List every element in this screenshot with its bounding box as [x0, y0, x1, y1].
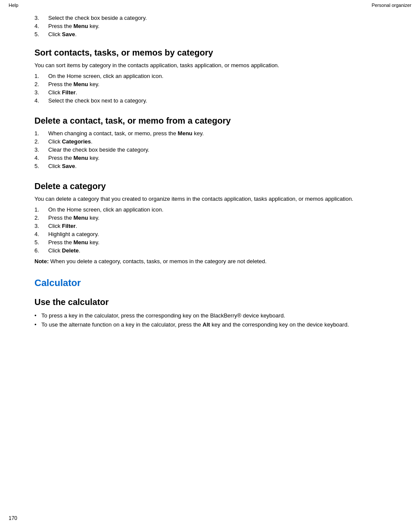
delete-contact-step-5: 5. Click Save.	[34, 163, 386, 169]
dcat-num-6: 6.	[34, 247, 48, 254]
sort-step-3-text: Click Filter.	[48, 89, 77, 96]
dc-step-3-text: Clear the check box beside the category.	[48, 146, 149, 153]
delete-contact-step-2: 2. Click Categories.	[34, 138, 386, 145]
calculator-title: Calculator	[34, 277, 386, 289]
calculator-section: Calculator Use the calculator • To press…	[34, 277, 386, 328]
sort-contacts-steps: 1. On the Home screen, click an applicat…	[34, 73, 386, 104]
top-step-3-text: Select the check box beside a category.	[48, 15, 147, 21]
bullet-dot-1: •	[34, 312, 41, 319]
step-num-4: 4.	[34, 23, 48, 29]
delete-category-heading: Delete a category	[34, 181, 386, 191]
calc-bullet-2: • To use the alternate function on a key…	[34, 321, 386, 328]
delete-cat-step-4: 4. Highlight a category.	[34, 231, 386, 237]
dcat-step-2-text: Press the Menu key.	[48, 215, 100, 221]
delete-cat-step-3: 3. Click Filter.	[34, 223, 386, 229]
delete-cat-step-5: 5. Press the Menu key.	[34, 239, 386, 246]
delete-category-steps: 1. On the Home screen, click an applicat…	[34, 206, 386, 254]
dcat-num-1: 1.	[34, 206, 48, 213]
dc-num-5: 5.	[34, 163, 48, 169]
delete-contact-step-4: 4. Press the Menu key.	[34, 155, 386, 161]
delete-category-note: Note: When you delete a category, contac…	[34, 258, 386, 264]
sort-num-1: 1.	[34, 73, 48, 79]
page-number: 170	[9, 515, 17, 521]
top-step-4-text: Press the Menu key.	[48, 23, 100, 29]
dcat-step-5-text: Press the Menu key.	[48, 239, 100, 246]
sort-step-3: 3. Click Filter.	[34, 89, 386, 96]
dc-step-1-text: When changing a contact, task, or memo, …	[48, 130, 204, 137]
delete-contact-heading: Delete a contact, task, or memo from a c…	[34, 116, 386, 126]
sort-step-2-text: Press the Menu key.	[48, 81, 100, 87]
sort-step-4: 4. Select the check box next to a catego…	[34, 97, 386, 104]
section-delete-category: Delete a category You can delete a categ…	[34, 181, 386, 264]
calc-bullet-2-text: To use the alternate function on a key i…	[41, 321, 349, 328]
dcat-num-2: 2.	[34, 215, 48, 221]
dc-step-2-text: Click Categories.	[48, 138, 93, 145]
dc-num-2: 2.	[34, 138, 48, 145]
dcat-step-3-text: Click Filter.	[48, 223, 77, 229]
page-header: Help Personal organizer	[0, 0, 420, 10]
sort-contacts-heading: Sort contacts, tasks, or memos by catego…	[34, 48, 386, 58]
sort-num-3: 3.	[34, 89, 48, 96]
header-help-label: Help	[9, 3, 19, 8]
calc-bullet-1: • To press a key in the calculator, pres…	[34, 312, 386, 319]
delete-cat-step-1: 1. On the Home screen, click an applicat…	[34, 206, 386, 213]
delete-contact-step-3: 3. Clear the check box beside the catego…	[34, 146, 386, 153]
sort-num-4: 4.	[34, 97, 48, 104]
top-step-5: 5. Click Save.	[34, 31, 386, 37]
bullet-dot-2: •	[34, 321, 41, 328]
dcat-step-4-text: Highlight a category.	[48, 231, 99, 237]
dcat-step-1-text: On the Home screen, click an application…	[48, 206, 163, 213]
calc-bullet-1-text: To press a key in the calculator, press …	[41, 312, 285, 319]
top-step-4: 4. Press the Menu key.	[34, 23, 386, 29]
dc-num-4: 4.	[34, 155, 48, 161]
dcat-num-3: 3.	[34, 223, 48, 229]
top-steps-list: 3. Select the check box beside a categor…	[34, 15, 386, 37]
dcat-step-6-text: Click Delete.	[48, 247, 80, 254]
dc-num-1: 1.	[34, 130, 48, 137]
section-delete-contact: Delete a contact, task, or memo from a c…	[34, 116, 386, 169]
sort-step-1-text: On the Home screen, click an application…	[48, 73, 163, 79]
sort-step-2: 2. Press the Menu key.	[34, 81, 386, 87]
dcat-num-5: 5.	[34, 239, 48, 246]
sort-step-4-text: Select the check box next to a category.	[48, 97, 147, 104]
top-step-5-text: Click Save.	[48, 31, 77, 37]
step-num-3: 3.	[34, 15, 48, 21]
delete-category-intro: You can delete a category that you creat…	[34, 196, 386, 202]
top-ordered-list: 3. Select the check box beside a categor…	[34, 15, 386, 37]
use-calculator-heading: Use the calculator	[34, 297, 386, 307]
top-step-3: 3. Select the check box beside a categor…	[34, 15, 386, 21]
sort-contacts-intro: You can sort items by category in the co…	[34, 62, 386, 68]
dc-step-4-text: Press the Menu key.	[48, 155, 100, 161]
step-num-5: 5.	[34, 31, 48, 37]
dc-step-5-text: Click Save.	[48, 163, 77, 169]
dc-num-3: 3.	[34, 146, 48, 153]
delete-cat-step-6: 6. Click Delete.	[34, 247, 386, 254]
sort-step-1: 1. On the Home screen, click an applicat…	[34, 73, 386, 79]
delete-contact-step-1: 1. When changing a contact, task, or mem…	[34, 130, 386, 137]
calculator-bullets: • To press a key in the calculator, pres…	[34, 312, 386, 328]
section-sort-contacts: Sort contacts, tasks, or memos by catego…	[34, 48, 386, 104]
sort-num-2: 2.	[34, 81, 48, 87]
dcat-num-4: 4.	[34, 231, 48, 237]
header-section-label: Personal organizer	[372, 3, 411, 8]
delete-contact-steps: 1. When changing a contact, task, or mem…	[34, 130, 386, 169]
delete-cat-step-2: 2. Press the Menu key.	[34, 215, 386, 221]
page-footer: 170	[9, 515, 17, 521]
main-content: 3. Select the check box beside a categor…	[0, 10, 420, 357]
